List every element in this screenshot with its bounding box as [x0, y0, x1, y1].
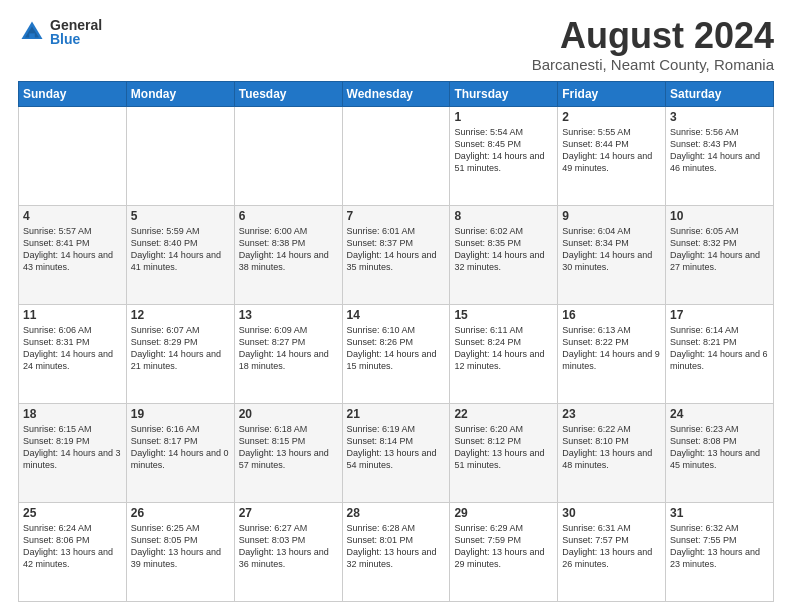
day-info: Sunrise: 6:24 AM Sunset: 8:06 PM Dayligh… [23, 522, 122, 571]
day-info: Sunrise: 6:01 AM Sunset: 8:37 PM Dayligh… [347, 225, 446, 274]
col-thursday: Thursday [450, 82, 558, 107]
day-number: 20 [239, 407, 338, 421]
day-info: Sunrise: 6:06 AM Sunset: 8:31 PM Dayligh… [23, 324, 122, 373]
calendar-cell: 27Sunrise: 6:27 AM Sunset: 8:03 PM Dayli… [234, 503, 342, 602]
title-section: August 2024 Barcanesti, Neamt County, Ro… [532, 18, 774, 73]
month-title: August 2024 [532, 18, 774, 54]
day-number: 22 [454, 407, 553, 421]
header: General Blue August 2024 Barcanesti, Nea… [18, 18, 774, 73]
day-info: Sunrise: 6:25 AM Sunset: 8:05 PM Dayligh… [131, 522, 230, 571]
calendar-cell: 10Sunrise: 6:05 AM Sunset: 8:32 PM Dayli… [666, 206, 774, 305]
col-tuesday: Tuesday [234, 82, 342, 107]
logo: General Blue [18, 18, 102, 46]
day-info: Sunrise: 6:16 AM Sunset: 8:17 PM Dayligh… [131, 423, 230, 472]
calendar-cell: 4Sunrise: 5:57 AM Sunset: 8:41 PM Daylig… [19, 206, 127, 305]
calendar-cell: 14Sunrise: 6:10 AM Sunset: 8:26 PM Dayli… [342, 305, 450, 404]
day-info: Sunrise: 6:13 AM Sunset: 8:22 PM Dayligh… [562, 324, 661, 373]
day-number: 21 [347, 407, 446, 421]
day-number: 19 [131, 407, 230, 421]
day-info: Sunrise: 6:23 AM Sunset: 8:08 PM Dayligh… [670, 423, 769, 472]
day-number: 29 [454, 506, 553, 520]
calendar-cell: 19Sunrise: 6:16 AM Sunset: 8:17 PM Dayli… [126, 404, 234, 503]
day-number: 24 [670, 407, 769, 421]
header-row: Sunday Monday Tuesday Wednesday Thursday… [19, 82, 774, 107]
day-info: Sunrise: 5:59 AM Sunset: 8:40 PM Dayligh… [131, 225, 230, 274]
page: General Blue August 2024 Barcanesti, Nea… [0, 0, 792, 612]
calendar-cell [234, 107, 342, 206]
calendar-cell: 13Sunrise: 6:09 AM Sunset: 8:27 PM Dayli… [234, 305, 342, 404]
day-info: Sunrise: 6:29 AM Sunset: 7:59 PM Dayligh… [454, 522, 553, 571]
day-number: 2 [562, 110, 661, 124]
day-info: Sunrise: 6:15 AM Sunset: 8:19 PM Dayligh… [23, 423, 122, 472]
calendar-cell: 17Sunrise: 6:14 AM Sunset: 8:21 PM Dayli… [666, 305, 774, 404]
calendar-week-1: 1Sunrise: 5:54 AM Sunset: 8:45 PM Daylig… [19, 107, 774, 206]
calendar-cell: 26Sunrise: 6:25 AM Sunset: 8:05 PM Dayli… [126, 503, 234, 602]
calendar-cell: 23Sunrise: 6:22 AM Sunset: 8:10 PM Dayli… [558, 404, 666, 503]
day-number: 7 [347, 209, 446, 223]
day-info: Sunrise: 6:07 AM Sunset: 8:29 PM Dayligh… [131, 324, 230, 373]
location-title: Barcanesti, Neamt County, Romania [532, 56, 774, 73]
day-info: Sunrise: 6:14 AM Sunset: 8:21 PM Dayligh… [670, 324, 769, 373]
col-wednesday: Wednesday [342, 82, 450, 107]
day-number: 4 [23, 209, 122, 223]
calendar-week-4: 18Sunrise: 6:15 AM Sunset: 8:19 PM Dayli… [19, 404, 774, 503]
calendar-cell [19, 107, 127, 206]
day-number: 9 [562, 209, 661, 223]
calendar-cell: 22Sunrise: 6:20 AM Sunset: 8:12 PM Dayli… [450, 404, 558, 503]
day-info: Sunrise: 6:11 AM Sunset: 8:24 PM Dayligh… [454, 324, 553, 373]
day-number: 25 [23, 506, 122, 520]
day-info: Sunrise: 6:20 AM Sunset: 8:12 PM Dayligh… [454, 423, 553, 472]
calendar-week-2: 4Sunrise: 5:57 AM Sunset: 8:41 PM Daylig… [19, 206, 774, 305]
day-number: 17 [670, 308, 769, 322]
day-number: 13 [239, 308, 338, 322]
calendar-table: Sunday Monday Tuesday Wednesday Thursday… [18, 81, 774, 602]
day-info: Sunrise: 6:18 AM Sunset: 8:15 PM Dayligh… [239, 423, 338, 472]
calendar-cell: 25Sunrise: 6:24 AM Sunset: 8:06 PM Dayli… [19, 503, 127, 602]
day-number: 18 [23, 407, 122, 421]
calendar-cell: 29Sunrise: 6:29 AM Sunset: 7:59 PM Dayli… [450, 503, 558, 602]
calendar-week-5: 25Sunrise: 6:24 AM Sunset: 8:06 PM Dayli… [19, 503, 774, 602]
calendar-cell: 1Sunrise: 5:54 AM Sunset: 8:45 PM Daylig… [450, 107, 558, 206]
day-number: 3 [670, 110, 769, 124]
calendar-cell: 12Sunrise: 6:07 AM Sunset: 8:29 PM Dayli… [126, 305, 234, 404]
day-number: 6 [239, 209, 338, 223]
calendar-cell: 11Sunrise: 6:06 AM Sunset: 8:31 PM Dayli… [19, 305, 127, 404]
day-number: 28 [347, 506, 446, 520]
calendar-cell: 21Sunrise: 6:19 AM Sunset: 8:14 PM Dayli… [342, 404, 450, 503]
day-info: Sunrise: 6:02 AM Sunset: 8:35 PM Dayligh… [454, 225, 553, 274]
col-friday: Friday [558, 82, 666, 107]
calendar-cell: 3Sunrise: 5:56 AM Sunset: 8:43 PM Daylig… [666, 107, 774, 206]
day-number: 8 [454, 209, 553, 223]
day-info: Sunrise: 5:54 AM Sunset: 8:45 PM Dayligh… [454, 126, 553, 175]
day-number: 23 [562, 407, 661, 421]
logo-icon [18, 18, 46, 46]
day-number: 14 [347, 308, 446, 322]
day-number: 11 [23, 308, 122, 322]
col-monday: Monday [126, 82, 234, 107]
calendar-cell: 18Sunrise: 6:15 AM Sunset: 8:19 PM Dayli… [19, 404, 127, 503]
day-number: 15 [454, 308, 553, 322]
day-info: Sunrise: 6:00 AM Sunset: 8:38 PM Dayligh… [239, 225, 338, 274]
day-number: 30 [562, 506, 661, 520]
day-info: Sunrise: 6:27 AM Sunset: 8:03 PM Dayligh… [239, 522, 338, 571]
calendar-cell: 8Sunrise: 6:02 AM Sunset: 8:35 PM Daylig… [450, 206, 558, 305]
calendar-cell [126, 107, 234, 206]
day-info: Sunrise: 6:32 AM Sunset: 7:55 PM Dayligh… [670, 522, 769, 571]
day-number: 16 [562, 308, 661, 322]
logo-text: General Blue [50, 18, 102, 46]
day-info: Sunrise: 6:22 AM Sunset: 8:10 PM Dayligh… [562, 423, 661, 472]
day-info: Sunrise: 5:57 AM Sunset: 8:41 PM Dayligh… [23, 225, 122, 274]
logo-blue-text: Blue [50, 32, 102, 46]
calendar-cell: 30Sunrise: 6:31 AM Sunset: 7:57 PM Dayli… [558, 503, 666, 602]
col-saturday: Saturday [666, 82, 774, 107]
calendar-cell: 5Sunrise: 5:59 AM Sunset: 8:40 PM Daylig… [126, 206, 234, 305]
calendar-cell: 28Sunrise: 6:28 AM Sunset: 8:01 PM Dayli… [342, 503, 450, 602]
day-info: Sunrise: 5:55 AM Sunset: 8:44 PM Dayligh… [562, 126, 661, 175]
day-info: Sunrise: 6:05 AM Sunset: 8:32 PM Dayligh… [670, 225, 769, 274]
day-number: 12 [131, 308, 230, 322]
day-number: 10 [670, 209, 769, 223]
calendar-cell: 31Sunrise: 6:32 AM Sunset: 7:55 PM Dayli… [666, 503, 774, 602]
svg-rect-2 [29, 33, 35, 39]
calendar-cell: 15Sunrise: 6:11 AM Sunset: 8:24 PM Dayli… [450, 305, 558, 404]
calendar-cell: 7Sunrise: 6:01 AM Sunset: 8:37 PM Daylig… [342, 206, 450, 305]
